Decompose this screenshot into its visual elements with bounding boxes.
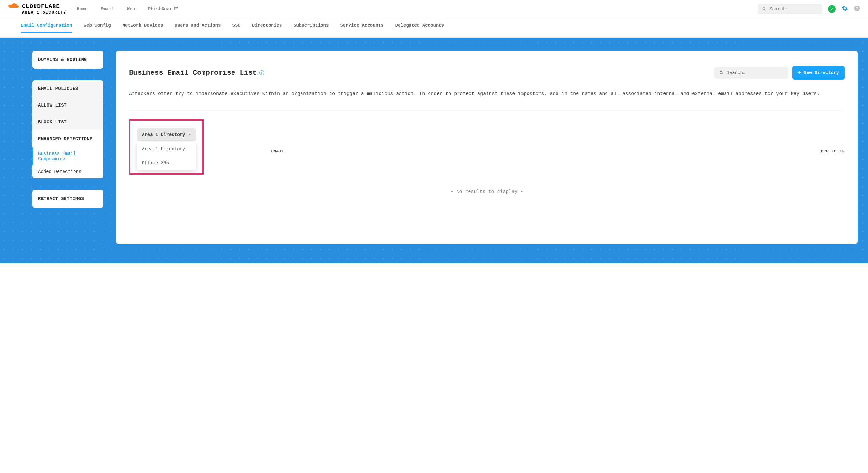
global-search[interactable] bbox=[758, 4, 822, 14]
sidebar-item-enhanced-detections[interactable]: ENHANCED DETECTIONS bbox=[32, 131, 103, 147]
tab-network-devices[interactable]: Network Devices bbox=[123, 23, 163, 33]
page-title: Business Email Compromise List i bbox=[129, 69, 265, 77]
svg-line-5 bbox=[722, 73, 723, 74]
table-header: EMAIL PROTECTED bbox=[129, 149, 845, 154]
brand-logo: CLOUDFLARE AREA 1 SECURITY bbox=[8, 3, 66, 15]
nav-home[interactable]: Home bbox=[77, 6, 88, 11]
bec-search[interactable] bbox=[714, 67, 788, 79]
shield-check-icon[interactable]: ✓ bbox=[828, 5, 836, 13]
main-panel: Business Email Compromise List i + New D… bbox=[116, 50, 858, 244]
gear-icon[interactable] bbox=[842, 5, 848, 13]
page-description: Attackers often try to impersonate execu… bbox=[129, 90, 845, 98]
sidebar-item-block-list[interactable]: BLOCK LIST bbox=[32, 114, 103, 131]
sidebar-item-added-detections[interactable]: Added Detections bbox=[32, 165, 103, 178]
sidebar: DOMAINS & ROUTING EMAIL POLICIES ALLOW L… bbox=[32, 50, 103, 244]
page-title-text: Business Email Compromise List bbox=[129, 69, 257, 77]
help-icon[interactable]: ? bbox=[854, 5, 860, 13]
tab-service-accounts[interactable]: Service Accounts bbox=[340, 23, 383, 33]
workspace: DOMAINS & ROUTING EMAIL POLICIES ALLOW L… bbox=[0, 38, 868, 263]
column-protected: PROTECTED bbox=[797, 149, 845, 154]
tab-web-config[interactable]: Web Config bbox=[84, 23, 111, 33]
nav-email[interactable]: Email bbox=[101, 6, 114, 11]
top-right-controls: ✓ ? bbox=[758, 4, 860, 14]
sidebar-item-retract-settings[interactable]: RETRACT SETTINGS bbox=[32, 190, 103, 208]
directory-dropdown-selected: Area 1 Directory bbox=[142, 132, 185, 137]
tab-delegated-accounts[interactable]: Delegated Accounts bbox=[395, 23, 444, 33]
global-search-input[interactable] bbox=[769, 6, 818, 11]
no-results-message: - No results to display - bbox=[129, 189, 845, 195]
tab-email-configuration[interactable]: Email Configuration bbox=[21, 23, 72, 33]
main-header: Business Email Compromise List i + New D… bbox=[129, 66, 845, 79]
tab-directories[interactable]: Directories bbox=[252, 23, 282, 33]
nav-web[interactable]: Web bbox=[127, 6, 135, 11]
svg-point-0 bbox=[763, 7, 765, 10]
sidebar-item-business-email-compromise[interactable]: Business Email Compromise bbox=[32, 147, 103, 165]
sub-nav: Email Configuration Web Config Network D… bbox=[0, 19, 868, 38]
column-email: EMAIL bbox=[271, 149, 797, 154]
bec-search-input[interactable] bbox=[727, 70, 783, 75]
directory-dropdown-highlight: Area 1 Directory Area 1 Directory Office… bbox=[129, 119, 204, 175]
brand-name: CLOUDFLARE bbox=[22, 3, 60, 10]
svg-line-1 bbox=[765, 10, 766, 11]
new-directory-label: New Directory bbox=[804, 70, 839, 75]
directory-option-area1[interactable]: Area 1 Directory bbox=[137, 142, 196, 156]
svg-point-4 bbox=[720, 71, 722, 73]
tab-users-and-actions[interactable]: Users and Actions bbox=[175, 23, 221, 33]
sidebar-item-domains-routing[interactable]: DOMAINS & ROUTING bbox=[32, 50, 103, 69]
tab-subscriptions[interactable]: Subscriptions bbox=[293, 23, 329, 33]
chevron-down-icon bbox=[188, 134, 191, 135]
tab-sso[interactable]: SSO bbox=[232, 23, 241, 33]
sidebar-item-allow-list[interactable]: ALLOW LIST bbox=[32, 97, 103, 114]
top-nav: Home Email Web PhishGuard™ bbox=[77, 6, 178, 11]
sidebar-policies-card: EMAIL POLICIES ALLOW LIST BLOCK LIST ENH… bbox=[32, 80, 103, 178]
new-directory-button[interactable]: + New Directory bbox=[792, 66, 845, 79]
sidebar-item-email-policies[interactable]: EMAIL POLICIES bbox=[32, 80, 103, 97]
directory-dropdown[interactable]: Area 1 Directory bbox=[137, 128, 196, 141]
search-icon bbox=[719, 71, 723, 75]
info-icon[interactable]: i bbox=[259, 70, 265, 75]
search-icon bbox=[762, 7, 766, 11]
svg-text:?: ? bbox=[856, 6, 858, 10]
nav-phishguard[interactable]: PhishGuard™ bbox=[148, 6, 178, 11]
plus-icon: + bbox=[798, 70, 801, 76]
cloudflare-icon bbox=[8, 3, 19, 10]
brand-subtitle: AREA 1 SECURITY bbox=[22, 10, 66, 15]
directory-option-office365[interactable]: Office 365 bbox=[137, 156, 196, 170]
directory-dropdown-menu: Area 1 Directory Office 365 bbox=[137, 142, 196, 170]
top-bar: CLOUDFLARE AREA 1 SECURITY Home Email We… bbox=[0, 0, 868, 19]
